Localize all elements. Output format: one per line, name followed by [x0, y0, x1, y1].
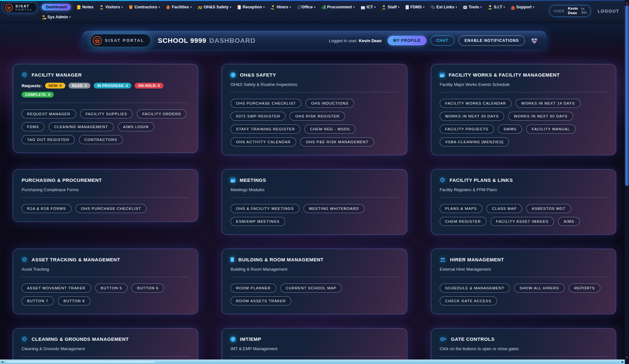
card-button-check-gate-access[interactable]: CHECK GATE ACCESS: [440, 296, 497, 305]
nav-item-reception[interactable]: Reception▾: [237, 5, 265, 9]
card-button-facility-orders[interactable]: FACILITY ORDERS: [137, 109, 186, 118]
card-button-facility-supplies[interactable]: FACILITY SUPPLIES: [80, 109, 133, 118]
card-title: IMT/EMP: [240, 336, 261, 342]
nav-item-ict[interactable]: ICT▾: [361, 5, 376, 9]
card-button-r1a-r1b-forms[interactable]: R1A & R1B FORMS: [22, 204, 71, 213]
card-button-facility-projects[interactable]: FACILITY PROJECTS: [440, 125, 494, 134]
card-button-request-manager[interactable]: REQUEST MANAGER: [22, 109, 76, 118]
nav-item-s-i-t[interactable]: S.I.T▾: [488, 5, 505, 9]
card-button-ohs-activity-calendar[interactable]: OHS ACTIVITY CALENDAR: [230, 137, 296, 146]
user-pill[interactable]: USER Kevin Dean lvl 999: [549, 5, 591, 17]
nav-item-contractors[interactable]: Contractors▾: [129, 5, 160, 9]
card-button-aims-login[interactable]: AIMS LOGIN: [118, 122, 154, 131]
card-button-schedule-management[interactable]: SCHEDULE & MANAGEMENT: [440, 284, 510, 293]
scroll-right-arrow[interactable]: ▶: [622, 359, 624, 364]
calendar-icon: [440, 73, 445, 77]
nav-item-visitors[interactable]: Visitors▾: [99, 5, 123, 9]
nav-item-office[interactable]: Office▾: [297, 5, 315, 9]
sisat-brand-text: SISAT PORTAL: [15, 4, 33, 12]
scroll-up-arrow[interactable]: ▲: [625, 0, 629, 5]
card-button-button-7[interactable]: BUTTON 7: [22, 296, 54, 305]
card-button-show-all-hirers[interactable]: SHOW ALL HIRERS: [514, 284, 565, 293]
card-button-meeting-whiteboard[interactable]: MEETING WHITEBOARD: [304, 204, 364, 213]
nav-item-label: OH&S Safety: [204, 5, 229, 9]
card-button-5072-swp-register[interactable]: 5072 SWP REGISTER: [230, 112, 286, 121]
card-button-asbestos-mgt[interactable]: ASBESTOS MGT: [526, 204, 571, 213]
scroll-left-arrow[interactable]: ◀: [1, 359, 3, 364]
nav-item-sys-admin[interactable]: Sys Admin▾: [42, 15, 71, 19]
card-button-button-5[interactable]: BUTTON 5: [95, 284, 127, 293]
card-button-asset-movement-traker[interactable]: ASSET MOVEMENT TRAKER: [22, 284, 91, 293]
chevron-down-icon: ▾: [374, 5, 376, 9]
vertical-scrollbar[interactable]: ▲ ▼: [625, 0, 629, 360]
card-button-chem-register[interactable]: CHEM REGISTER: [440, 217, 486, 226]
logout-button[interactable]: LOGOUT: [598, 9, 619, 14]
card-button-reports[interactable]: REPORTS: [569, 284, 600, 293]
card-buttons: PLANS & MAPSCLASS MAPASBESTOS MGTCHEM RE…: [440, 204, 607, 226]
chevron-down-icon: ▾: [190, 5, 192, 9]
card-button-ohs-risk-register[interactable]: OHS RISK REGISTER: [290, 112, 345, 121]
card-facility-manager: ⚙FACILITY MANAGERRequests:NEW: 0READ: 0I…: [13, 64, 198, 153]
card-button-button-6[interactable]: BUTTON 6: [132, 284, 164, 293]
sisat-brand-pill[interactable]: SISAT PORTAL: [3, 3, 37, 13]
nav-item-support[interactable]: Support▾: [511, 5, 534, 9]
card-subtitle: Purchasing Complinace Forms: [22, 187, 189, 192]
card-button-contractors[interactable]: CONTRACTORS: [79, 135, 123, 144]
card-button-works-in-next-90-days[interactable]: WORKS IN NEXT 90 DAYS: [508, 112, 573, 121]
card-button-ohs-p-e-risk-management[interactable]: OHS P&E RISK MANAGEMENT: [300, 137, 374, 146]
nav-item-staff[interactable]: Staff▾: [382, 5, 399, 9]
nav-item-hirers[interactable]: Hirers▾: [271, 5, 291, 9]
sisat-logo-icon: [5, 4, 13, 12]
card-button-cleaning-management[interactable]: CLEANING MANAGEMENT: [49, 122, 113, 131]
gear-icon: ⚙: [22, 257, 27, 262]
card-button-facility-works-calendar[interactable]: FACILITY WORKS CALENDAR: [440, 99, 512, 108]
vertical-scroll-thumb[interactable]: [625, 5, 629, 186]
construction-sign-icon: [198, 6, 202, 9]
nav-item-oh-s-safety[interactable]: OH&S Safety▾: [198, 5, 231, 9]
card-button-fdms[interactable]: FDMS: [22, 122, 44, 131]
card-button-ohs-purchase-checklist[interactable]: OHS PURCHASE CHECKLIST: [76, 204, 146, 213]
my-profile-button[interactable]: MY PROFILE: [388, 36, 427, 45]
card-button-facility-manual[interactable]: FACILITY MANUAL: [526, 125, 576, 134]
card-button-vsba-cleaning-menzies[interactable]: VSBA-CLEANING [MENZIES]: [440, 137, 509, 146]
nav-item-tools[interactable]: Tools▾: [463, 5, 482, 9]
nav-item-facilities[interactable]: Facilities▾: [166, 5, 192, 9]
scroll-down-arrow[interactable]: ▼: [625, 355, 629, 360]
card-button-aims[interactable]: AIMS: [558, 217, 580, 226]
horizontal-scrollbar[interactable]: ◀ ▶: [0, 359, 625, 364]
card-button-esm-emp-meetings[interactable]: ESM/EMP MEETINGS: [230, 217, 285, 226]
card-button-current-school-map[interactable]: CURRENT SCHOOL MAP: [280, 284, 342, 293]
card-button-button-8[interactable]: BUTTON 8: [58, 296, 90, 305]
status-badge-on-hold: ON HOLD: 0: [135, 83, 164, 89]
horizontal-scroll-thumb[interactable]: [5, 360, 156, 364]
card-button-works-in-next-14-days[interactable]: WORKS IN NEXT 14 DAYS: [516, 99, 580, 108]
card-button-swms[interactable]: SWMS: [498, 125, 522, 134]
card-button-ohs-inductions[interactable]: OHS INDUCTIONS: [305, 99, 354, 108]
card-button-class-map[interactable]: CLASS MAP: [486, 204, 522, 213]
info-icon: !: [230, 72, 236, 78]
card-buttons: R1A & R1B FORMSOHS PURCHASE CHECKLIST: [22, 204, 189, 213]
card-button-facility-asset-images[interactable]: FACILITY ASSET IMAGES: [491, 217, 554, 226]
nav-item-ext-links[interactable]: Ext Links▾: [431, 5, 457, 9]
nav-item-procurement[interactable]: Procurement▾: [322, 5, 355, 9]
admin-person-icon: [42, 15, 46, 19]
card-header: !OH&S SAFETY: [230, 72, 398, 78]
chat-button[interactable]: CHAT: [430, 35, 455, 46]
card-button-staff-training-register[interactable]: STAFF TRAINING REGISTER: [230, 125, 300, 134]
nav-item-fdms[interactable]: FDMS▾: [406, 5, 425, 9]
card-button-plans-maps[interactable]: PLANS & MAPS: [440, 204, 483, 213]
card-button-room-planner[interactable]: ROOM PLANNER: [230, 284, 276, 293]
card-button-tag-out-register[interactable]: TAG OUT REGISTER: [22, 135, 75, 144]
card-button-ohs-purchase-checklist[interactable]: OHS PURCHASE CHECKLIST: [230, 99, 301, 108]
nav-item-label: S.I.T: [494, 5, 502, 9]
card-button-works-in-next-30-days[interactable]: WORKS IN NEXT 30 DAYS: [440, 112, 504, 121]
card-button-ohs-facility-meetings[interactable]: OHS & FACILITY MEETINGS: [230, 204, 299, 213]
paperclip-icon: [297, 5, 301, 9]
nav-item-dashboard[interactable]: Dashboard: [42, 4, 71, 10]
nav-item-notes[interactable]: Notes: [77, 5, 93, 9]
enable-notifications-button[interactable]: ENABLE NOTIFICATIONS: [458, 35, 525, 46]
page-title-dashboard: DASHBOARD: [209, 37, 256, 44]
document-icon: [406, 5, 409, 9]
card-button-room-assets-traker[interactable]: ROOM ASSETS TRAKER: [230, 296, 291, 305]
card-button-chem-reg-msds[interactable]: CHEM REG - MSDS: [305, 125, 355, 134]
